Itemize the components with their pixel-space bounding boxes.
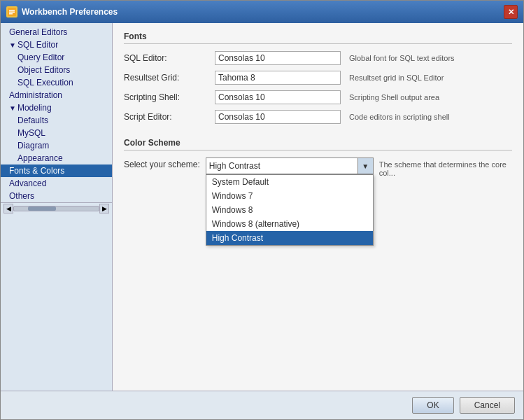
font-row: Script Editor:Code editors in scripting … xyxy=(124,110,512,124)
sidebar-item-fonts-colors[interactable]: Fonts & Colors xyxy=(1,164,112,177)
sidebar-item-object-editors[interactable]: Object Editors xyxy=(1,64,112,76)
font-row-label: Scripting Shell: xyxy=(124,92,215,102)
svg-rect-2 xyxy=(9,12,15,13)
app-icon xyxy=(6,6,17,18)
scheme-label: Select your scheme: xyxy=(124,160,200,169)
dropdown-item[interactable]: Windows 8 xyxy=(206,203,373,217)
dropdown-item[interactable]: Windows 8 (alternative) xyxy=(206,217,373,231)
sidebar-item-appearance[interactable]: Appearance xyxy=(1,152,112,164)
fonts-section-title: Fonts xyxy=(124,31,512,44)
title-bar: Workbench Preferences ✕ xyxy=(1,1,523,23)
sidebar-scrollbar[interactable]: ◀ ▶ xyxy=(1,202,112,214)
scheme-dropdown: System DefaultWindows 7Windows 8Windows … xyxy=(206,174,374,246)
sidebar-item-query-editor[interactable]: Query Editor xyxy=(1,51,112,64)
dropdown-item[interactable]: System Default xyxy=(206,175,373,189)
scheme-selected-value: High Contrast xyxy=(209,161,260,171)
font-row: SQL Editor:Global font for SQL text edit… xyxy=(124,51,512,65)
sidebar-item-modeling[interactable]: ▼Modeling xyxy=(1,102,112,114)
font-row: Resultset Grid:Resultset grid in SQL Edi… xyxy=(124,71,512,85)
cancel-button[interactable]: Cancel xyxy=(460,397,515,414)
sidebar-item-sql-editor[interactable]: ▼SQL Editor xyxy=(1,38,112,51)
ok-button[interactable]: OK xyxy=(412,397,453,414)
sidebar-item-others[interactable]: Others xyxy=(1,190,112,202)
workbench-preferences-window: Workbench Preferences ✕ General Editors▼… xyxy=(0,0,524,420)
sidebar-item-advanced[interactable]: Advanced xyxy=(1,177,112,190)
scheme-select[interactable]: High Contrast ▼ xyxy=(206,158,374,174)
color-scheme-title: Color Scheme xyxy=(124,138,512,150)
title-bar-left: Workbench Preferences xyxy=(6,6,118,18)
scheme-description: The scheme that determines the core col.… xyxy=(379,160,512,177)
sidebar-item-administration[interactable]: Administration xyxy=(1,89,112,102)
sidebar-item-general-editors[interactable]: General Editors xyxy=(1,26,112,38)
sidebar-item-label: SQL Editor xyxy=(17,40,58,50)
dropdown-arrow[interactable]: ▼ xyxy=(357,158,373,174)
sidebar-item-mysql[interactable]: MySQL xyxy=(1,127,112,139)
font-desc: Scripting Shell output area xyxy=(349,93,439,102)
font-desc: Code editors in scripting shell xyxy=(349,113,450,121)
sidebar-item-sql-execution[interactable]: SQL Execution xyxy=(1,76,112,89)
close-button[interactable]: ✕ xyxy=(504,5,518,19)
svg-rect-3 xyxy=(9,13,13,15)
font-row: Scripting Shell:Scripting Shell output a… xyxy=(124,90,512,104)
svg-rect-1 xyxy=(9,10,15,11)
triangle-icon: ▼ xyxy=(9,104,16,112)
sidebar-item-diagram[interactable]: Diagram xyxy=(1,139,112,152)
scroll-right-btn[interactable]: ▶ xyxy=(99,204,109,214)
font-desc: Resultset grid in SQL Editor xyxy=(349,74,444,82)
main-panel: Fonts SQL Editor:Global font for SQL tex… xyxy=(113,23,523,391)
dropdown-item[interactable]: High Contrast xyxy=(206,231,373,245)
sidebar-item-defaults[interactable]: Defaults xyxy=(1,114,112,127)
content-area: General Editors▼SQL EditorQuery EditorOb… xyxy=(1,23,523,391)
sidebar: General Editors▼SQL EditorQuery EditorOb… xyxy=(1,23,113,391)
dropdown-item[interactable]: Windows 7 xyxy=(206,189,373,203)
scroll-track xyxy=(13,206,99,211)
color-scheme-section: Color Scheme Select your scheme: High Co… xyxy=(124,138,512,177)
font-input[interactable] xyxy=(215,71,341,85)
font-row-label: SQL Editor: xyxy=(124,53,215,63)
scheme-row: Select your scheme: High Contrast ▼ Syst… xyxy=(124,158,512,177)
font-desc: Global font for SQL text editors xyxy=(349,54,455,62)
font-input[interactable] xyxy=(215,51,341,65)
sidebar-item-label: Modeling xyxy=(17,103,52,113)
window-title: Workbench Preferences xyxy=(22,7,118,17)
scroll-left-btn[interactable]: ◀ xyxy=(3,204,13,214)
font-input[interactable] xyxy=(215,110,341,124)
triangle-icon: ▼ xyxy=(9,41,16,49)
font-input[interactable] xyxy=(215,90,341,104)
font-row-label: Script Editor: xyxy=(124,112,215,122)
font-row-label: Resultset Grid: xyxy=(124,73,215,83)
scheme-select-wrapper: High Contrast ▼ System DefaultWindows 7W… xyxy=(206,158,374,174)
bottom-bar: OK Cancel xyxy=(1,391,523,419)
scroll-thumb[interactable] xyxy=(28,206,56,211)
fonts-section: Fonts SQL Editor:Global font for SQL tex… xyxy=(124,31,512,124)
